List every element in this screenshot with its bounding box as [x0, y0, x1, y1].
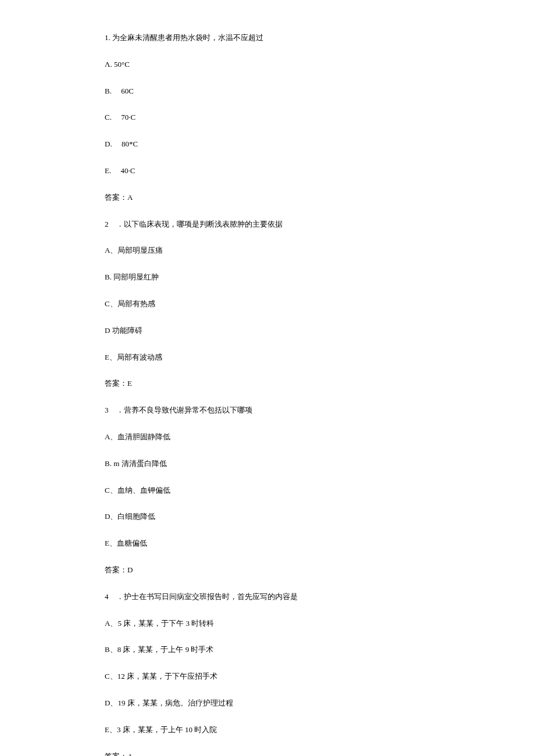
q2-optB: B. 同部明显红肿: [105, 271, 430, 284]
q3-text: 3 ．营养不良导致代谢异常不包括以下哪项: [105, 404, 430, 417]
q1-optD: D. 80*C: [105, 138, 430, 151]
q4-optB: B、8 床，某某，于上午 9 时手术: [105, 644, 430, 656]
q1-optC: C. 70·C: [105, 112, 430, 124]
q4-text: 4 ．护士在书写日间病室交班报告时，首先应写的内容是: [105, 591, 430, 603]
q4-optA: A、5 床，某某，于下午 3 时转科: [105, 618, 430, 630]
q1-text: 1. 为全麻未清醒患者用热水袋时，水温不应超过: [105, 32, 430, 44]
q3-optB: B. m 清清蛋白降低: [105, 458, 430, 470]
q2-text: 2 ．以下临床表现，哪项是判断浅表脓肿的主要依据: [105, 218, 430, 231]
q2-optD: D 功能障碍: [105, 325, 430, 337]
q1-optE: E. 40·C: [105, 165, 430, 177]
q2-answer: 答案：E: [105, 378, 430, 390]
q1-optA: Λ. 50°C: [105, 59, 430, 71]
q4-optE: E、3 床，某某，于上午 10 时入院: [105, 724, 430, 736]
q4-answer: 答案：A: [105, 751, 430, 756]
q1-answer: 答案：A: [105, 192, 430, 204]
q2-optA: A、局部明显压痛: [105, 245, 430, 257]
q3-optC: C、血纳、血钾偏低: [105, 485, 430, 497]
q2-optE: E、局部有波动感: [105, 352, 430, 364]
q3-optD: D、白细胞降低: [105, 511, 430, 523]
q3-optE: E、血糖偏低: [105, 538, 430, 550]
q2-optC: C、局部有热感: [105, 298, 430, 310]
q3-optA: A、血清胆固静降低: [105, 431, 430, 443]
q3-answer: 答案：D: [105, 564, 430, 576]
q4-optC: C、12 床，某某，于下午应招手术: [105, 671, 430, 683]
q4-optD: D、19 床，某某，病危。治疗护理过程: [105, 697, 430, 710]
q1-optB: B. 60C: [105, 85, 430, 98]
